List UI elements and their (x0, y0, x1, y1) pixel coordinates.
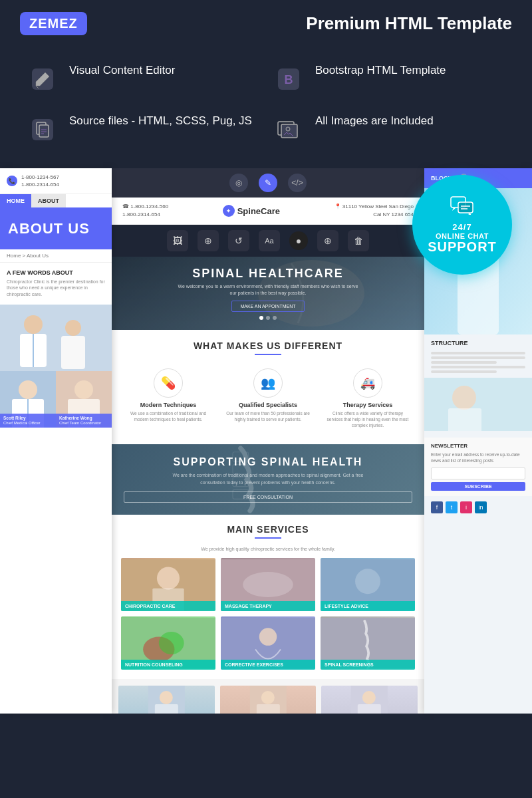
svg-point-21 (65, 320, 81, 336)
feature-visual-editor: Visual Content Editor (20, 54, 266, 104)
chat-support-badge[interactable]: 24/7 ONLINE CHAT SUPPORT (412, 175, 512, 275)
feature-bootstrap: B Bootstrap HTML Template (266, 54, 512, 104)
service-spinal[interactable]: SPINAL SCREENINGS (321, 616, 415, 670)
site-logo-text: SpineCare (237, 206, 280, 216)
svg-point-34 (452, 386, 476, 410)
few-words-text: Chiropractor Clinic is the premier desti… (7, 279, 105, 298)
delete-tool-icon[interactable]: 🗑 (348, 230, 369, 251)
team-bottom-2: Katherine Wong Chief Team Coordinator (220, 686, 317, 714)
svg-point-43 (157, 567, 180, 590)
feature-card-text-2: Our team of more than 50 professionals a… (225, 410, 311, 422)
service-chiropractic[interactable]: CHIROPRACTIC CARE (121, 558, 215, 611)
zemez-logo[interactable]: ZEMEZ (20, 12, 87, 35)
hero-subtitle: We welcome you to a warm environment, wi… (175, 283, 361, 297)
feature-card-title-2: Qualified Specialists (225, 402, 311, 408)
svg-point-51 (159, 632, 184, 654)
svg-rect-22 (61, 336, 85, 369)
editor-topbar[interactable]: ◎ ✎ </> (112, 168, 424, 198)
text-line-3 (431, 361, 497, 364)
team-member-katherine: Katherine Wong Chief Team Coordinator (56, 371, 112, 428)
linkedin-icon[interactable]: in (475, 501, 487, 513)
ambulance-icon: 🚑 (353, 368, 382, 398)
feature-therapy-services: 🚑 Therapy Services Clinic offers a wide … (322, 363, 414, 434)
scott-label: Scott Riley Chief Medical Officer (0, 414, 56, 428)
preview-wrapper: 24/7 ONLINE CHAT SUPPORT 📞 1-800-1234-56… (0, 168, 532, 714)
rotate-tool-icon[interactable]: ↺ (228, 230, 249, 251)
feature-source-files: Source files - HTML, SCSS, Pug, JS (20, 104, 266, 155)
text-line-2 (431, 356, 525, 359)
few-words-title: A FEW WORDS ABOUT (7, 269, 105, 276)
hero-dot-2[interactable] (266, 316, 270, 320)
feature-card-text-1: We use a combination of traditional and … (125, 410, 211, 422)
main-services-title: MAIN SERVICES (121, 524, 415, 535)
badge-247-text: 24/7 (452, 222, 471, 232)
service-nutrition[interactable]: NUTRITION COUNSELING (121, 616, 215, 670)
header: ZEMEZ Premium HTML Template (0, 0, 532, 42)
facebook-icon[interactable]: f (431, 501, 443, 513)
tab-about[interactable]: ABOUT (31, 194, 66, 207)
service-massage[interactable]: MASSAGE THERAPY (221, 558, 315, 611)
feature-bootstrap-text: Bootstrap HTML Template (315, 63, 446, 78)
team-row-2: Scott Riley Chief Medical Officer (0, 371, 112, 428)
svg-rect-17 (0, 305, 112, 371)
svg-rect-11 (281, 124, 297, 138)
add-tool-icon[interactable]: ⊕ (317, 230, 338, 251)
service-spinal-label: SPINAL SCREENINGS (321, 660, 415, 670)
left-nav: 📞 1-800-1234-567 1-800-2314-654 (0, 168, 112, 194)
service-exercises[interactable]: CORRECTIVE EXERCISES (221, 616, 315, 670)
twitter-icon[interactable]: t (446, 501, 458, 513)
hero-dot-1[interactable] (259, 316, 263, 320)
team-photos: Scott Riley Chief Medical Officer (0, 305, 112, 428)
right-image-2 (424, 378, 532, 431)
feature-card-text-3: Clinic offers a wide variety of therapy … (325, 410, 411, 428)
color-tool-icon[interactable]: ● (289, 231, 308, 250)
svg-point-48 (355, 569, 380, 595)
feature-qualified-specialists: 👥 Qualified Specialists Our team of more… (222, 363, 314, 434)
people-icon: 👥 (253, 368, 283, 398)
image-tool-icon[interactable]: 🖼 (167, 230, 188, 251)
chat-icon (450, 196, 474, 219)
service-lifestyle[interactable]: LIFESTYLE ADVICE (321, 558, 415, 611)
topbar-icon-circle[interactable]: ◎ (229, 174, 248, 192)
editing-toolbar[interactable]: 🖼 ⊕ ↺ Aa ● ⊕ 🗑 (112, 225, 424, 257)
what-makes-section: WHAT MAKES US DIFFERENT 💊 Modern Techniq… (112, 330, 424, 444)
images-icon (273, 114, 305, 146)
feature-card-title-3: Therapy Services (325, 402, 411, 408)
right-text-lines (424, 349, 532, 378)
move-tool-icon[interactable]: ⊕ (198, 230, 219, 251)
pencil-icon (27, 63, 59, 95)
subscribe-button[interactable]: SUBSCRIBE (431, 482, 525, 491)
page-title: Premium HTML Template (306, 13, 512, 34)
hero-section: SPINAL HEALTHCARE We welcome you to a wa… (112, 257, 424, 330)
few-words-section: A FEW WORDS ABOUT Chiropractor Clinic is… (0, 263, 112, 305)
team-photo-large (0, 305, 112, 371)
email-input[interactable] (431, 467, 525, 479)
text-tool-icon[interactable]: Aa (259, 230, 280, 251)
svg-rect-57 (155, 704, 178, 714)
feature-card-title-1: Modern Techniques (125, 402, 211, 408)
site-header: ☎ 1-800-1234-560 1-800-2314-654 ✦ SpineC… (112, 198, 424, 225)
features-three-cards: 💊 Modern Techniques We use a combination… (122, 363, 414, 434)
svg-text:B: B (285, 73, 293, 86)
tab-home[interactable]: HOME (0, 194, 31, 207)
team-bottom-3: N... (321, 686, 418, 714)
svg-point-53 (259, 628, 277, 646)
svg-point-62 (362, 691, 376, 704)
topbar-icon-edit[interactable]: ✎ (259, 174, 277, 192)
pill-icon: 💊 (154, 368, 183, 398)
svg-point-18 (24, 315, 43, 334)
svg-rect-60 (257, 704, 280, 714)
supporting-section: SUPPORTING SPINAL HEALTH We are the comb… (112, 444, 424, 515)
spinecare-icon: ✦ (223, 205, 235, 217)
appointment-button[interactable]: MAKE AN APPOINTMENT (231, 301, 304, 312)
service-lifestyle-label: LIFESTYLE ADVICE (321, 601, 415, 611)
hero-dot-3[interactable] (273, 316, 277, 320)
site-logo[interactable]: ✦ SpineCare (223, 205, 280, 217)
service-massage-label: MASSAGE THERAPY (221, 601, 315, 611)
section-divider-1 (255, 354, 281, 355)
social-links: f t i in (424, 496, 532, 519)
topbar-icon-code[interactable]: </> (288, 174, 307, 192)
text-line-5 (431, 370, 497, 373)
instagram-icon[interactable]: i (460, 501, 472, 513)
phone-numbers: 1-800-1234-567 1-800-2314-654 (21, 174, 59, 188)
